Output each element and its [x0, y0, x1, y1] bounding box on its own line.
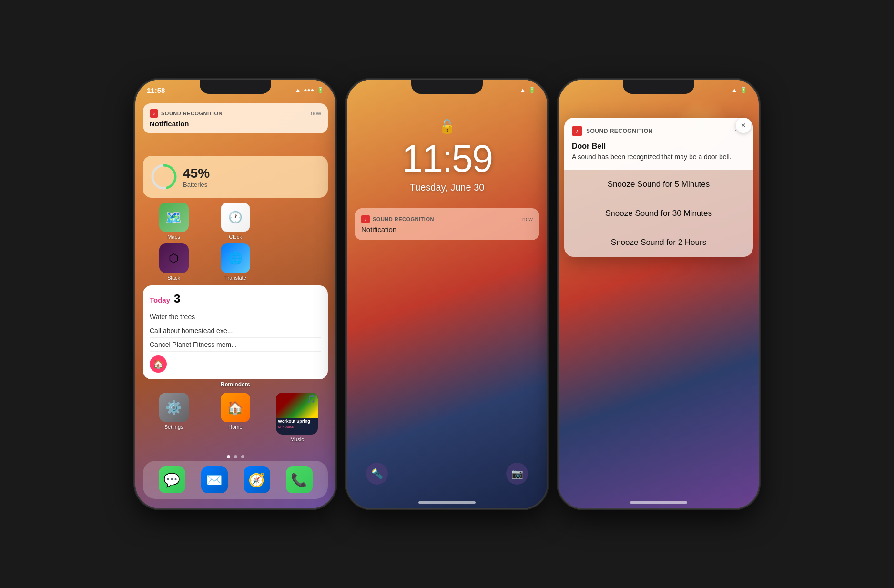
- battery-circle: [150, 162, 178, 191]
- phone3: 11:59 ▲ 🔋 ✕ ♪ SOUND RECOGNITION ··· Door…: [559, 80, 759, 508]
- widgets-area: 45% Batteries 🗺️ Maps 🕐 Clock ⬡ Slack �: [135, 103, 335, 442]
- reminders-home-icon: 🏠: [150, 355, 321, 373]
- status-icons-2: ▲ 🔋: [520, 87, 536, 93]
- settings-icon: ⚙️: [159, 393, 189, 422]
- lock-date: Tuesday, June 30: [347, 182, 547, 193]
- lock-sound-recognition-icon: [361, 215, 370, 223]
- wifi-icon-3: ▲: [731, 87, 737, 93]
- expanded-notif-app-name: SOUND RECOGNITION: [586, 128, 653, 134]
- battery-label: Batteries: [183, 181, 210, 188]
- reminder-3[interactable]: Cancel Planet Fitness mem...: [150, 338, 321, 352]
- close-notification-button[interactable]: ✕: [736, 118, 751, 133]
- lock-icon: 🔓: [347, 119, 547, 134]
- expanded-notif-body: Door Bell A sound has been recognized th…: [564, 137, 753, 170]
- notch: [200, 80, 271, 94]
- flashlight-button[interactable]: 🔦: [366, 463, 388, 485]
- status-icons-3: ▲ 🔋: [731, 87, 747, 93]
- dock: 💬 ✉️ 🧭 📞: [143, 461, 328, 499]
- snooze-30min-button[interactable]: Snooze Sound for 30 Minutes: [564, 199, 753, 228]
- home-bar-3: [630, 501, 687, 504]
- app-row-2: ⬡ Slack 🌐 Translate: [143, 243, 328, 281]
- home-bar-2: [418, 501, 476, 504]
- notif-app-info: SOUND RECOGNITION: [150, 109, 223, 118]
- settings-label: Settings: [164, 424, 183, 430]
- notification-body-text: A sound has been recognized that may be …: [572, 152, 745, 162]
- wifi-icon-2: ▲: [520, 87, 526, 93]
- translate-icon: 🌐: [221, 243, 250, 273]
- maps-icon: 🗺️: [159, 203, 189, 232]
- wifi-icon: ▲: [295, 87, 301, 93]
- sound-recognition-icon: [150, 109, 158, 118]
- music-widget: 🎵 Workout Spring M Potuck: [276, 393, 318, 435]
- app-maps[interactable]: 🗺️ Maps: [155, 203, 193, 240]
- lock-time: 11:59: [347, 137, 547, 181]
- lock-notif-time: now: [522, 216, 533, 223]
- snooze-5min-button[interactable]: Snooze Sound for 5 Minutes: [564, 170, 753, 199]
- dock-phone[interactable]: 📞: [280, 466, 318, 493]
- battery-percentage: 45%: [183, 166, 210, 181]
- reminders-today: Today: [150, 296, 170, 304]
- dot-3: [241, 455, 244, 458]
- lock-notif-header: SOUND RECOGNITION now: [361, 215, 533, 223]
- lock-notification[interactable]: SOUND RECOGNITION now Notification: [355, 208, 539, 240]
- reminder-2[interactable]: Call about homestead exe...: [150, 324, 321, 338]
- battery-icon: 🔋: [317, 87, 324, 93]
- app-slack[interactable]: ⬡ Slack: [155, 243, 193, 281]
- messages-icon: 💬: [159, 466, 185, 493]
- clock-icon: 🕐: [221, 203, 250, 232]
- app-row-1: 🗺️ Maps 🕐 Clock: [143, 203, 328, 240]
- dock-messages[interactable]: 💬: [153, 466, 191, 493]
- snooze-2hours-button[interactable]: Snooze Sound for 2 Hours: [564, 228, 753, 257]
- notification-banner[interactable]: SOUND RECOGNITION now Notification: [143, 103, 328, 133]
- safari-icon: 🧭: [244, 466, 270, 493]
- lock-notif-app-info: SOUND RECOGNITION: [361, 215, 434, 223]
- reminders-widget[interactable]: Today 3 Water the trees Call about homes…: [143, 285, 328, 379]
- camera-button[interactable]: 📷: [506, 463, 528, 485]
- phone1: 11:58 ▲ ●●● 🔋 SOUND RECOGNITION now Noti…: [135, 80, 335, 508]
- slack-label: Slack: [167, 275, 180, 281]
- lock-notif-message: Notification: [361, 225, 533, 233]
- signal-icon: ●●●: [304, 87, 314, 93]
- reminders-header: Today 3: [150, 292, 321, 305]
- battery-widget[interactable]: 45% Batteries: [143, 156, 328, 198]
- music-note-icon: 🎵: [306, 395, 316, 404]
- app-home[interactable]: 🏠 Home: [216, 393, 254, 430]
- expanded-notif-header: ♪ SOUND RECOGNITION ···: [564, 118, 753, 137]
- home-label: Home: [228, 424, 242, 430]
- slack-icon: ⬡: [159, 243, 189, 273]
- music-label: Music: [290, 436, 304, 442]
- expanded-sound-recognition-icon: ♪: [572, 126, 582, 136]
- dot-1: [227, 455, 230, 458]
- notif-message: Notification: [150, 120, 321, 128]
- app-clock[interactable]: 🕐 Clock: [216, 203, 254, 240]
- battery-icon-2: 🔋: [528, 87, 536, 93]
- expanded-notif-app-info: ♪ SOUND RECOGNITION: [572, 126, 653, 136]
- app-translate[interactable]: 🌐 Translate: [216, 243, 254, 281]
- notif-header: SOUND RECOGNITION now: [150, 109, 321, 118]
- reminders-section-label: Reminders: [143, 381, 328, 388]
- reminder-1[interactable]: Water the trees: [150, 310, 321, 324]
- status-icons: ▲ ●●● 🔋: [295, 87, 324, 93]
- maps-label: Maps: [167, 234, 180, 240]
- translate-label: Translate: [224, 275, 246, 281]
- lock-notif-app-name: SOUND RECOGNITION: [373, 216, 434, 222]
- notch-3: [623, 80, 694, 94]
- mail-icon: ✉️: [201, 466, 228, 493]
- app-music[interactable]: 🎵 Workout Spring M Potuck Music: [278, 393, 316, 442]
- reminders-count: 3: [174, 292, 180, 305]
- notification-title: Door Bell: [572, 142, 745, 151]
- notif-time: now: [311, 110, 321, 117]
- expanded-notification: ♪ SOUND RECOGNITION ··· Door Bell A soun…: [564, 118, 753, 257]
- notch-2: [411, 80, 483, 94]
- battery-icon-3: 🔋: [740, 87, 747, 93]
- dot-2: [234, 455, 237, 458]
- status-time: 11:58: [147, 86, 165, 94]
- clock-label: Clock: [229, 234, 242, 240]
- dock-safari[interactable]: 🧭: [238, 466, 276, 493]
- phone-icon: 📞: [286, 466, 313, 493]
- dock-mail[interactable]: ✉️: [195, 466, 234, 493]
- lock-controls: 🔦 📷: [347, 463, 547, 485]
- app-settings[interactable]: ⚙️ Settings: [155, 393, 193, 430]
- battery-info: 45% Batteries: [183, 166, 210, 188]
- music-title: Workout Spring: [276, 418, 318, 425]
